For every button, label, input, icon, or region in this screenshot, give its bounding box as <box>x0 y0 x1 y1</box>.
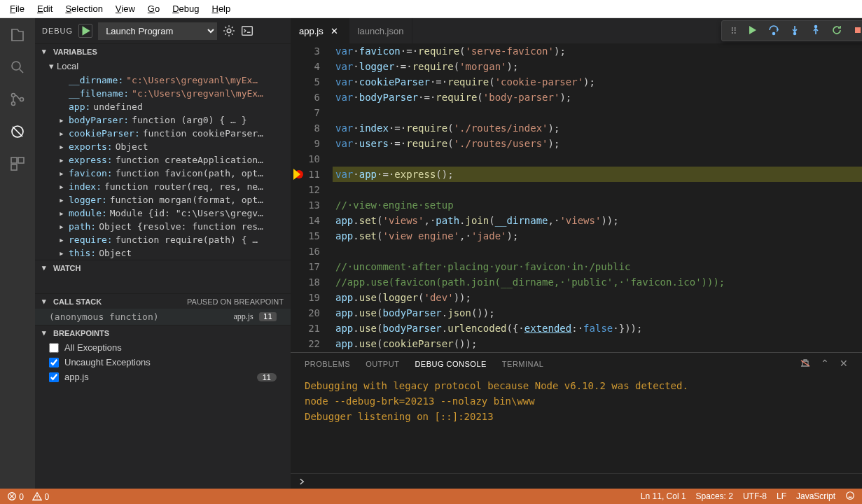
debug-config-select[interactable]: Launch Program <box>98 22 217 40</box>
drag-grip-icon[interactable]: ⠿ <box>730 26 737 36</box>
var-exports[interactable]: ▸exports: Object <box>35 140 291 153</box>
var-cookieParser[interactable]: ▸cookieParser: function cookieParser… <box>35 127 291 140</box>
var-app[interactable]: app: undefined <box>35 100 291 113</box>
editor-tabbar: app.js✕launch.json ⠿ <box>291 18 862 43</box>
menubar: FileEditSelectionViewGoDebugHelp <box>0 0 862 18</box>
gear-icon[interactable] <box>223 24 235 37</box>
svg-point-21 <box>847 491 854 499</box>
status-bar: 0 0 Ln 11, Col 1 Spaces: 2 UTF-8 LF Java… <box>0 489 862 504</box>
menu-debug[interactable]: Debug <box>167 2 204 15</box>
close-panel-icon[interactable]: ✕ <box>840 358 849 370</box>
search-icon[interactable] <box>8 57 27 77</box>
continue-button[interactable] <box>747 24 758 38</box>
tab-problems[interactable]: PROBLEMS <box>305 360 350 368</box>
debug-sidebar: DEBUG Launch Program ▾VARIABLES ▾Local _… <box>35 18 291 489</box>
svg-point-2 <box>12 102 15 106</box>
tab-launch-json[interactable]: launch.json <box>349 18 413 43</box>
status-warnings[interactable]: 0 <box>32 491 49 502</box>
svg-point-11 <box>794 32 796 34</box>
callstack-frame[interactable]: (anonymous function)app.js11 <box>35 309 291 325</box>
close-icon[interactable]: ✕ <box>329 25 340 36</box>
step-into-button[interactable] <box>789 24 800 38</box>
console-line: Debugging with legacy protocol because N… <box>305 378 848 393</box>
tab-terminal[interactable]: TERMINAL <box>502 360 544 368</box>
start-debug-button[interactable] <box>78 24 92 38</box>
var-index[interactable]: ▸index: function router(req, res, ne… <box>35 180 291 193</box>
debug-label: DEBUG <box>42 27 73 35</box>
svg-point-8 <box>227 29 231 33</box>
breakpoint-checkbox[interactable] <box>49 358 59 368</box>
var-__filename[interactable]: __filename: "c:\Users\gregvanl\myEx… <box>35 87 291 100</box>
menu-selection[interactable]: Selection <box>60 2 108 15</box>
var-this[interactable]: ▸this: Object <box>35 246 291 260</box>
status-spaces[interactable]: Spaces: 2 <box>696 491 733 501</box>
menu-help[interactable]: Help <box>206 2 236 15</box>
scope-local[interactable]: ▾Local <box>35 59 291 74</box>
var-path[interactable]: ▸path: Object {resolve: function res… <box>35 220 291 233</box>
svg-point-3 <box>20 98 24 102</box>
svg-point-1 <box>12 94 15 97</box>
var-require[interactable]: ▸require: function require(path) { … <box>35 233 291 246</box>
menu-edit[interactable]: Edit <box>32 2 58 15</box>
var-module[interactable]: ▸module: Module {id: "c:\Users\gregv… <box>35 206 291 220</box>
stop-button[interactable] <box>852 24 862 38</box>
console-icon[interactable] <box>241 24 253 37</box>
bottom-panel: PROBLEMS OUTPUT DEBUG CONSOLE TERMINAL ⌃… <box>291 352 862 489</box>
tab-debug-console[interactable]: DEBUG CONSOLE <box>415 360 486 368</box>
breakpoint-allExceptions[interactable]: All Exceptions <box>35 340 291 355</box>
breakpoint-checkbox[interactable] <box>49 372 59 382</box>
source-control-icon[interactable] <box>8 90 27 109</box>
svg-rect-13 <box>855 27 861 33</box>
var-express[interactable]: ▸express: function createApplication… <box>35 153 291 167</box>
code-editor[interactable]: 345678910111213141516171819202122 var·fa… <box>291 43 862 352</box>
step-out-button[interactable] <box>810 24 821 38</box>
svg-point-10 <box>773 32 775 34</box>
menu-view[interactable]: View <box>110 2 141 15</box>
status-language[interactable]: JavaScript <box>796 491 835 501</box>
svg-rect-7 <box>11 164 17 170</box>
status-eol[interactable]: LF <box>777 491 786 501</box>
explorer-icon[interactable] <box>8 25 27 45</box>
status-errors[interactable]: 0 <box>7 491 24 502</box>
step-over-button[interactable] <box>768 24 779 38</box>
status-encoding[interactable]: UTF-8 <box>743 491 767 501</box>
var-logger[interactable]: ▸logger: function morgan(format, opt… <box>35 193 291 206</box>
svg-rect-5 <box>11 158 17 163</box>
watch-header[interactable]: ▾WATCH <box>35 260 291 275</box>
menu-go[interactable]: Go <box>142 2 165 15</box>
breakpoints-header[interactable]: ▾BREAKPOINTS <box>35 325 291 340</box>
breakpoint-checkbox[interactable] <box>49 343 59 353</box>
var-bodyParser[interactable]: ▸bodyParser: function (arg0) { … } <box>35 113 291 127</box>
tab-output[interactable]: OUTPUT <box>366 360 399 368</box>
callstack-header[interactable]: ▾CALL STACKPAUSED ON BREAKPOINT <box>35 293 291 309</box>
console-line: Debugger listening on [::]:20213 <box>305 409 848 424</box>
svg-rect-6 <box>18 158 24 163</box>
var-favicon[interactable]: ▸favicon: function favicon(path, opt… <box>35 167 291 180</box>
clear-console-icon[interactable] <box>800 358 811 370</box>
breakpoint-app[interactable]: app.js11 <box>35 370 291 384</box>
status-cursor[interactable]: Ln 11, Col 1 <box>641 491 686 501</box>
svg-point-0 <box>12 62 20 70</box>
activity-bar <box>0 18 35 489</box>
breakpoint-uncaught[interactable]: Uncaught Exceptions <box>35 355 291 370</box>
collapse-panel-icon[interactable]: ⌃ <box>821 358 830 370</box>
extensions-icon[interactable] <box>8 154 27 174</box>
tab-app-js[interactable]: app.js✕ <box>291 18 349 43</box>
svg-point-12 <box>815 25 817 27</box>
debug-toolbar[interactable]: ⠿ <box>721 20 862 41</box>
menu-file[interactable]: File <box>4 2 30 15</box>
var-__dirname[interactable]: __dirname: "c:\Users\gregvanl\myEx… <box>35 74 291 87</box>
debug-icon[interactable] <box>8 122 27 141</box>
variables-header[interactable]: ▾VARIABLES <box>35 43 291 59</box>
console-prompt[interactable] <box>291 473 862 489</box>
feedback-icon[interactable] <box>845 491 855 503</box>
restart-button[interactable] <box>831 24 842 38</box>
svg-rect-9 <box>242 27 253 35</box>
console-line: node --debug-brk=20213 --nolazy bin\www <box>305 393 848 409</box>
